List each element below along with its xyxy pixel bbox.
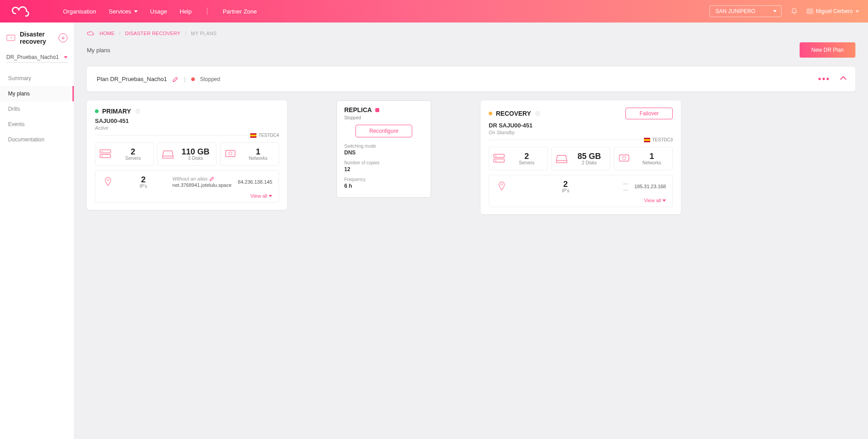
stat-value: 1 bbox=[256, 147, 260, 157]
stat-value: 2 bbox=[563, 180, 568, 189]
recovery-dc-label: TESTDC3 bbox=[652, 137, 673, 142]
recovery-title: RECOVERY bbox=[496, 110, 531, 117]
plan-selector[interactable]: DR_Pruebas_Nacho1 bbox=[6, 52, 67, 63]
svg-point-1 bbox=[136, 109, 140, 113]
ip-alias: --- bbox=[623, 181, 628, 186]
caret-down-icon bbox=[64, 56, 67, 59]
ip-address: 185.31.23.168 bbox=[634, 184, 666, 189]
flag-es-icon bbox=[250, 133, 256, 138]
svg-point-18 bbox=[501, 184, 503, 186]
primary-title: PRIMARY bbox=[102, 108, 131, 115]
primary-dc-label: TESTDC4 bbox=[258, 133, 279, 138]
location-icon bbox=[102, 177, 114, 187]
copies-field: Number of copies 12 bbox=[344, 160, 423, 172]
sidebar-item-drills[interactable]: Drills bbox=[0, 101, 74, 117]
sidebar-item-events[interactable]: Events bbox=[0, 117, 74, 132]
stat-label: Networks bbox=[643, 160, 661, 165]
nav-links: Organisation Services Usage Help Partner… bbox=[63, 8, 257, 15]
stat-value: 1 bbox=[649, 152, 654, 161]
gear-icon[interactable] bbox=[535, 110, 541, 117]
disk-icon bbox=[162, 149, 174, 159]
recovery-hostname: DR SAJU00-451 bbox=[489, 122, 673, 129]
stat-value: 2 bbox=[524, 152, 529, 161]
reconfigure-button[interactable]: Reconfigure bbox=[355, 125, 413, 137]
failover-button[interactable]: Failover bbox=[625, 108, 673, 119]
sidebar-item-documentation[interactable]: Documentation bbox=[0, 132, 74, 147]
primary-networks-stat: 1Networks bbox=[220, 142, 279, 166]
view-all-link[interactable]: View all bbox=[102, 193, 272, 199]
primary-servers-stat: 2Servers bbox=[95, 142, 154, 166]
edit-icon[interactable] bbox=[172, 76, 179, 82]
svg-point-10 bbox=[536, 112, 540, 116]
plan-more-button[interactable]: ••• bbox=[818, 74, 830, 84]
cloud-logo-icon bbox=[11, 5, 30, 17]
stat-value: 85 GB bbox=[577, 152, 601, 161]
collapse-button[interactable] bbox=[840, 76, 846, 82]
primary-storage-stat: 110 GB3 Disks bbox=[157, 142, 216, 166]
svg-point-6 bbox=[102, 156, 103, 157]
nav-help[interactable]: Help bbox=[180, 8, 192, 15]
caret-down-icon bbox=[773, 10, 777, 13]
breadcrumb-dr[interactable]: DISASTER RECOVERY bbox=[125, 31, 180, 36]
field-value: 6 h bbox=[344, 183, 423, 189]
sidebar-nav: Summary My plans Drills Events Documenta… bbox=[0, 71, 74, 147]
svg-point-11 bbox=[537, 113, 539, 114]
stat-label: IP's bbox=[562, 188, 569, 193]
replica-panel: REPLICA Stopped Reconfigure Switching mo… bbox=[337, 100, 431, 198]
caret-down-icon bbox=[855, 10, 859, 13]
primary-status: Active bbox=[95, 125, 279, 131]
breadcrumb-current: MY PLANS bbox=[191, 31, 216, 36]
field-label: Frequency bbox=[344, 177, 423, 182]
nav-usage[interactable]: Usage bbox=[150, 8, 167, 15]
ip-alias-text: Without an alias bbox=[172, 176, 207, 181]
nav-partner-zone[interactable]: Partner Zone bbox=[223, 8, 257, 15]
caret-down-icon bbox=[662, 199, 666, 202]
breadcrumb-sep: / bbox=[119, 31, 121, 36]
stat-label: 3 Disks bbox=[188, 156, 203, 161]
org-selector[interactable]: SAN JUNIPERO bbox=[710, 5, 782, 17]
user-menu[interactable]: Miguel Cerbero bbox=[807, 8, 859, 14]
primary-ip-box: 2IP's Without an alias net.3768941.jotel… bbox=[95, 170, 279, 203]
stat-label: Servers bbox=[519, 160, 534, 165]
breadcrumb-sep: / bbox=[185, 31, 186, 36]
recovery-dc-tag: TESTDC3 bbox=[489, 137, 673, 142]
ip-alias: Without an alias bbox=[172, 176, 232, 181]
add-plan-button[interactable]: + bbox=[58, 33, 67, 42]
server-icon bbox=[99, 149, 112, 159]
separator: | bbox=[184, 76, 185, 82]
breadcrumb-home[interactable]: HOME bbox=[99, 31, 115, 36]
user-name-label: Miguel Cerbero bbox=[816, 8, 853, 14]
switching-mode-field: Switching mode DNS bbox=[344, 144, 423, 156]
replica-title: REPLICA bbox=[344, 106, 372, 113]
nav-organisation[interactable]: Organisation bbox=[63, 8, 96, 15]
top-navbar: Organisation Services Usage Help Partner… bbox=[0, 0, 868, 23]
nav-services-label: Services bbox=[109, 8, 131, 15]
svg-point-15 bbox=[495, 160, 496, 161]
nav-services[interactable]: Services bbox=[109, 8, 138, 15]
caret-down-icon bbox=[134, 10, 138, 13]
view-all-link[interactable]: View all bbox=[495, 198, 666, 203]
sidebar-item-my-plans[interactable]: My plans bbox=[0, 86, 74, 101]
caret-down-icon bbox=[269, 195, 272, 197]
new-dr-plan-button[interactable]: New DR Plan bbox=[800, 42, 855, 58]
edit-icon[interactable] bbox=[209, 176, 215, 181]
navbar-right: SAN JUNIPERO Miguel Cerbero bbox=[710, 5, 859, 17]
disk-icon bbox=[555, 153, 568, 164]
panels-row: PRIMARY SAJU00-451 Active TESTDC4 2Serve… bbox=[87, 100, 855, 214]
bell-icon[interactable] bbox=[791, 8, 798, 15]
view-all-label: View all bbox=[644, 198, 661, 203]
replica-status: Stopped bbox=[344, 115, 423, 120]
stat-value: 2 bbox=[130, 147, 135, 157]
status-dot-icon bbox=[95, 109, 99, 113]
logo[interactable] bbox=[9, 5, 31, 17]
gear-icon[interactable] bbox=[135, 108, 141, 114]
sidebar-item-summary[interactable]: Summary bbox=[0, 71, 74, 86]
svg-rect-4 bbox=[100, 154, 110, 158]
sidebar-header: Disaster recovery + bbox=[0, 27, 74, 50]
plan-header-bar: Plan DR_Pruebas_Nacho1 | Stopped ••• bbox=[87, 67, 855, 91]
status-dot-icon bbox=[191, 77, 195, 81]
network-icon bbox=[618, 153, 630, 164]
recovery-servers-stat: 2Servers bbox=[489, 147, 548, 170]
page-head: My plans New DR Plan bbox=[87, 42, 855, 58]
recovery-ip-box: 2IP's --- --- 185.31.23.168 View all bbox=[489, 175, 673, 207]
